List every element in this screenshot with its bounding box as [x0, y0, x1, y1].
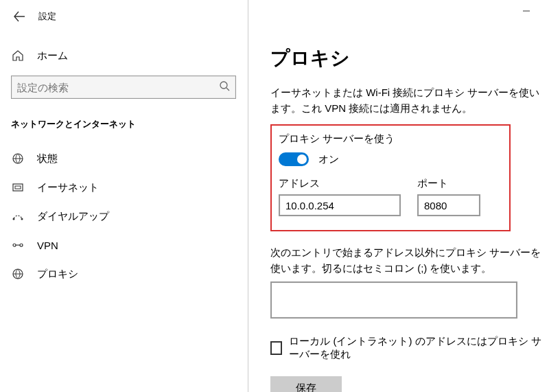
header-title: 設定 [38, 10, 56, 23]
svg-point-0 [220, 82, 227, 89]
minimize-button[interactable] [511, 0, 542, 22]
proxy-settings-highlight: プロキシ サーバーを使う オン アドレス ポート [270, 124, 511, 231]
ethernet-icon [11, 181, 25, 194]
arrow-left-icon [13, 10, 25, 23]
address-label: アドレス [279, 177, 401, 190]
back-button[interactable] [8, 5, 30, 27]
exclude-description: 次のエントリで始まるアドレス以外にプロキシ サーバーを使います。切るにはセミコロ… [270, 245, 549, 276]
sidebar-item-vpn[interactable]: VPN [5, 231, 248, 260]
sidebar-home-label: ホーム [37, 49, 68, 62]
local-checkbox-label: ローカル (イントラネット) のアドレスにはプロキシ サーバーを使れ [289, 335, 549, 361]
search-box[interactable] [11, 76, 236, 99]
home-icon [11, 49, 25, 62]
address-input[interactable] [279, 194, 401, 216]
sidebar-item-dialup[interactable]: ダイヤルアップ [5, 202, 248, 231]
sidebar-item-ethernet[interactable]: イーサネット [5, 173, 248, 202]
svg-point-4 [13, 218, 15, 220]
sidebar-item-label: プロキシ [37, 268, 78, 281]
description: イーサネットまたは Wi-Fi 接続にプロキシ サーバーを使います。これ VPN… [270, 85, 549, 116]
port-input[interactable] [417, 194, 480, 216]
sidebar-item-label: 状態 [37, 152, 58, 165]
svg-point-5 [21, 218, 23, 220]
sidebar-item-label: VPN [37, 240, 58, 251]
proxy-icon [11, 267, 25, 281]
minimize-icon [522, 7, 530, 15]
sidebar-item-proxy[interactable]: プロキシ [5, 260, 248, 288]
category-title: ネットワークとインターネット [5, 111, 248, 139]
dialup-icon [11, 209, 25, 223]
proxy-toggle[interactable] [279, 152, 309, 166]
svg-rect-2 [13, 184, 23, 191]
sidebar-home[interactable]: ホーム [5, 41, 248, 70]
toggle-state-label: オン [318, 153, 339, 166]
status-icon [11, 152, 25, 165]
search-input[interactable] [17, 82, 219, 93]
save-button[interactable]: 保存 [270, 376, 342, 392]
sidebar-item-label: イーサネット [37, 181, 99, 194]
local-checkbox[interactable] [270, 341, 282, 355]
sidebar-item-label: ダイヤルアップ [37, 210, 109, 223]
sidebar-item-status[interactable]: 状態 [5, 144, 248, 173]
svg-point-6 [13, 244, 16, 246]
svg-point-7 [20, 244, 23, 246]
exclude-textarea[interactable] [270, 281, 517, 319]
vpn-icon [11, 238, 25, 252]
use-proxy-label: プロキシ サーバーを使う [279, 132, 494, 146]
svg-rect-3 [15, 186, 21, 189]
page-title: プロキシ [270, 45, 549, 71]
search-icon [219, 80, 230, 94]
port-label: ポート [417, 177, 480, 190]
